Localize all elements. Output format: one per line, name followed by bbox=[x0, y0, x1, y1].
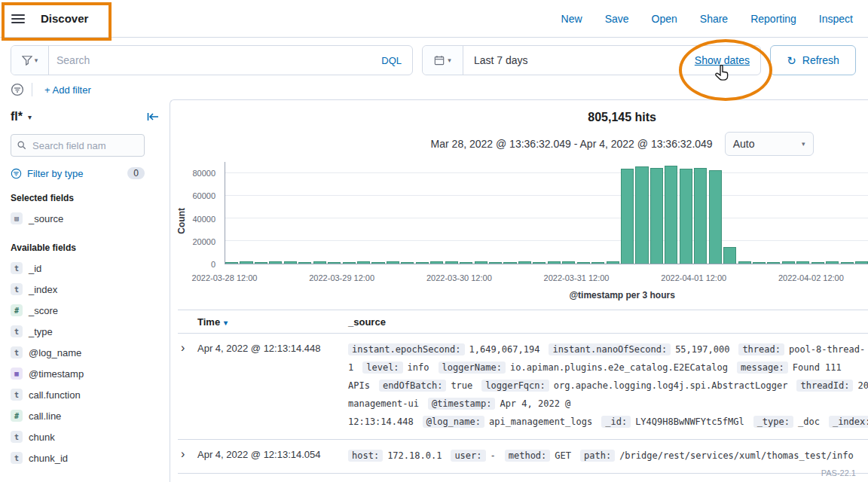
time-range-value[interactable]: Last 7 days bbox=[463, 54, 528, 66]
field-item-call.line[interactable]: #call.line bbox=[11, 405, 159, 426]
histogram-bar[interactable] bbox=[460, 262, 472, 264]
hamburger-menu-icon[interactable] bbox=[0, 1, 36, 37]
available-fields-list: t_idt_index#_scoret_typet@log_name▦@time… bbox=[11, 258, 159, 468]
histogram-bar[interactable] bbox=[518, 261, 531, 264]
interval-select[interactable]: Auto ▾ bbox=[725, 132, 814, 156]
histogram-bar[interactable] bbox=[841, 262, 854, 264]
histogram-bar[interactable] bbox=[343, 262, 356, 264]
nav-link-inspect[interactable]: Inspect bbox=[819, 13, 853, 25]
saved-query-filter-icon bbox=[22, 55, 32, 66]
nav-link-share[interactable]: Share bbox=[700, 13, 728, 25]
field-key: instant.nanoOfSecond: bbox=[549, 343, 671, 355]
date-picker-calendar-button[interactable]: ▾ bbox=[423, 46, 463, 75]
histogram-bar[interactable] bbox=[577, 262, 590, 264]
histogram-bar[interactable] bbox=[371, 262, 384, 264]
refresh-button[interactable]: ↻ Refresh bbox=[770, 45, 856, 75]
filter-by-type-icon bbox=[11, 168, 22, 179]
histogram-bar[interactable] bbox=[738, 261, 751, 264]
histogram-bar[interactable] bbox=[269, 261, 282, 264]
field-item-_id[interactable]: t_id bbox=[11, 258, 159, 279]
histogram-bar[interactable] bbox=[796, 261, 809, 264]
field-value: 172.18.0.1 bbox=[387, 450, 442, 461]
chevron-down-icon: ▾ bbox=[35, 56, 38, 64]
nav-link-reporting[interactable]: Reporting bbox=[750, 13, 796, 25]
field-item-_score[interactable]: #_score bbox=[11, 300, 159, 321]
histogram-bar[interactable] bbox=[313, 261, 326, 264]
show-dates-link[interactable]: Show dates bbox=[690, 53, 760, 67]
histogram-bar[interactable] bbox=[255, 262, 267, 264]
index-pattern-selector[interactable]: fl* bbox=[11, 110, 23, 124]
histogram-bar[interactable] bbox=[650, 168, 663, 264]
time-column-header[interactable]: Time▾ bbox=[197, 316, 348, 328]
field-item-@timestamp[interactable]: ▦@timestamp bbox=[11, 363, 159, 384]
histogram-bar[interactable] bbox=[665, 166, 677, 264]
top-header-bar: Discover NewSaveOpenShareReportingInspec… bbox=[0, 0, 868, 38]
nav-link-new[interactable]: New bbox=[561, 13, 582, 25]
discover-main-panel: 805,145 hits Mar 28, 2022 @ 13:36:32.049… bbox=[170, 99, 868, 482]
histogram-bar[interactable] bbox=[475, 261, 487, 264]
pinned-filters-icon[interactable] bbox=[11, 83, 24, 96]
filter-bar-divider bbox=[32, 83, 32, 96]
histogram-bar[interactable] bbox=[621, 169, 634, 264]
histogram-bar[interactable] bbox=[298, 262, 311, 264]
field-key: thread: bbox=[738, 343, 784, 355]
histogram-bar[interactable] bbox=[548, 261, 561, 264]
histogram-bar[interactable] bbox=[445, 261, 458, 264]
histogram-bar[interactable] bbox=[489, 262, 502, 264]
histogram-bar[interactable] bbox=[723, 247, 736, 264]
histogram-bar[interactable] bbox=[635, 166, 648, 264]
field-item-chunk_id[interactable]: tchunk_id bbox=[11, 447, 159, 468]
filter-by-type-label: Filter by type bbox=[27, 168, 83, 179]
histogram-bar[interactable] bbox=[607, 261, 619, 264]
histogram-bar[interactable] bbox=[503, 262, 516, 264]
histogram-bar[interactable] bbox=[782, 261, 795, 264]
histogram-bar[interactable] bbox=[709, 170, 722, 264]
histogram-bar[interactable] bbox=[855, 261, 868, 264]
field-search-input[interactable] bbox=[31, 139, 138, 152]
string-field-type-icon: t bbox=[11, 389, 23, 401]
chart-subheader: Mar 28, 2022 @ 13:36:32.049 - Apr 4, 202… bbox=[170, 132, 868, 156]
string-field-type-icon: t bbox=[11, 262, 23, 274]
field-item-_source[interactable]: ▤_source bbox=[11, 208, 159, 229]
histogram-bar[interactable] bbox=[694, 168, 707, 264]
histogram-bar[interactable] bbox=[401, 262, 414, 264]
field-key: threadId: bbox=[796, 380, 853, 392]
field-item-chunk[interactable]: tchunk bbox=[11, 426, 159, 447]
histogram-bar[interactable] bbox=[357, 261, 370, 264]
histogram-bar[interactable] bbox=[225, 262, 238, 264]
field-item-_index[interactable]: t_index bbox=[11, 279, 159, 300]
histogram-bar[interactable] bbox=[753, 262, 766, 264]
date-picker-group: ▾ Last 7 days Show dates bbox=[422, 45, 761, 75]
field-item-_type[interactable]: t_type bbox=[11, 321, 159, 342]
histogram-bar[interactable] bbox=[240, 261, 252, 264]
field-item-@log_name[interactable]: t@log_name bbox=[11, 342, 159, 363]
histogram-bar[interactable] bbox=[387, 261, 399, 264]
filter-by-type-button[interactable]: Filter by type 0 bbox=[11, 167, 145, 179]
saved-query-menu-button[interactable]: ▾ bbox=[11, 46, 49, 75]
expand-row-button[interactable]: › bbox=[178, 340, 189, 354]
field-name: call.function bbox=[29, 389, 81, 401]
histogram-bar[interactable] bbox=[533, 262, 546, 264]
add-filter-button[interactable]: + Add filter bbox=[40, 84, 96, 96]
nav-link-save[interactable]: Save bbox=[605, 13, 629, 25]
histogram-bar[interactable] bbox=[430, 261, 443, 264]
histogram-bar[interactable] bbox=[767, 262, 780, 264]
expand-row-button[interactable]: › bbox=[178, 447, 189, 460]
search-input[interactable] bbox=[49, 54, 371, 66]
histogram-bar[interactable] bbox=[562, 261, 575, 264]
histogram-bar[interactable] bbox=[680, 169, 692, 264]
histogram-bar[interactable] bbox=[284, 261, 297, 264]
histogram-bar[interactable] bbox=[416, 262, 429, 264]
histogram-bar[interactable] bbox=[811, 262, 824, 264]
chevron-down-icon: ▾ bbox=[448, 56, 451, 64]
field-search-box bbox=[11, 134, 145, 157]
histogram-bar[interactable] bbox=[826, 261, 839, 264]
histogram-bar[interactable] bbox=[328, 262, 341, 264]
nav-link-open[interactable]: Open bbox=[652, 13, 677, 25]
collapse-sidebar-button[interactable] bbox=[147, 111, 159, 122]
field-value: org.apache.logging.log4j.spi.AbstractLog… bbox=[554, 380, 788, 391]
field-item-call.function[interactable]: tcall.function bbox=[11, 384, 159, 405]
query-language-button[interactable]: DQL bbox=[371, 55, 412, 66]
histogram-bar[interactable] bbox=[591, 262, 604, 264]
search-group: ▾ DQL bbox=[11, 45, 413, 75]
